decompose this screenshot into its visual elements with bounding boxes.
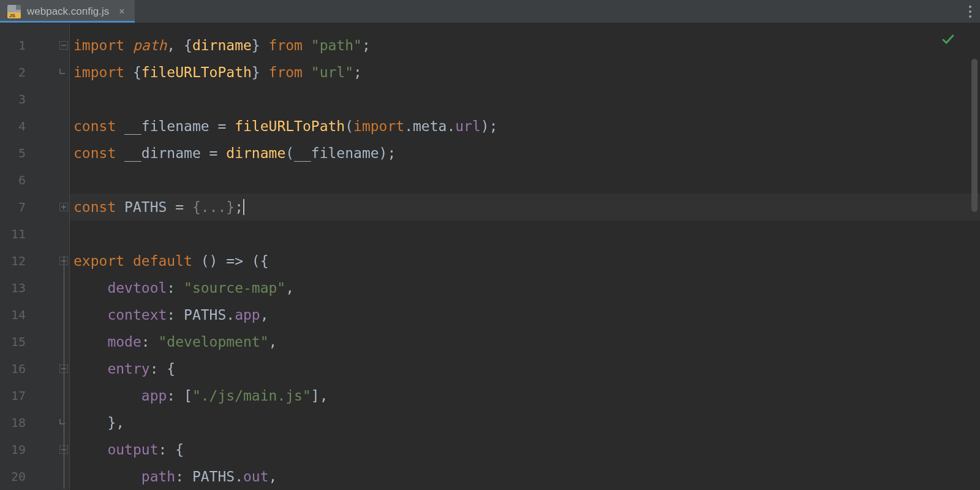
code-area[interactable]: import path, {dirname} from "path"; impo… [70, 23, 980, 490]
close-icon[interactable]: × [119, 6, 124, 17]
js-file-icon: JS [7, 5, 21, 18]
code-line: const __filename = fileURLToPath(import.… [70, 113, 980, 140]
line-number: 11 [0, 221, 34, 247]
code-line: context: PATHS.app, [70, 301, 980, 328]
code-line: entry: { [70, 355, 980, 382]
fold-start-icon[interactable] [59, 364, 68, 373]
code-line [70, 221, 980, 247]
line-number: 13 [0, 274, 34, 301]
code-line: }, [70, 409, 980, 436]
inspection-ok-icon[interactable] [941, 32, 956, 49]
tab-bar: JS webpack.config.js × [0, 0, 980, 23]
line-number: 5 [0, 140, 34, 167]
line-number: 4 [0, 113, 34, 140]
line-number: 14 [0, 301, 34, 328]
line-number: 16 [0, 355, 34, 382]
line-number: 6 [0, 167, 34, 194]
code-line: output: { [70, 436, 980, 463]
line-number: 7 [0, 194, 34, 221]
line-number: 17 [0, 382, 34, 409]
fold-gutter [34, 23, 70, 490]
code-line: app: ["./js/main.js"], [70, 382, 980, 409]
code-line: import path, {dirname} from "path"; [70, 32, 980, 59]
fold-start-icon[interactable] [59, 445, 68, 454]
line-number: 18 [0, 409, 34, 436]
line-number: 1 [0, 32, 34, 59]
line-number: 19 [0, 436, 34, 463]
code-line: const __dirname = dirname(__filename); [70, 140, 980, 167]
code-line: mode: "development", [70, 328, 980, 355]
line-number: 15 [0, 328, 34, 355]
code-editor[interactable]: 1 2 3 4 5 6 7 11 12 13 14 15 16 17 18 19… [0, 23, 980, 490]
kebab-menu-icon[interactable] [969, 0, 971, 23]
code-line: import {fileURLToPath} from "url"; [70, 59, 980, 86]
code-line: export default () => ({ [70, 247, 980, 274]
editor-window: JS webpack.config.js × 1 2 3 4 5 6 7 11 … [0, 0, 980, 490]
line-number: 2 [0, 59, 34, 86]
fold-expand-icon[interactable] [59, 203, 68, 211]
scrollbar-thumb[interactable] [971, 59, 978, 212]
tab-webpack-config[interactable]: JS webpack.config.js × [0, 0, 135, 23]
code-line: path: PATHS.out, [70, 463, 980, 490]
tab-active-indicator [0, 21, 135, 23]
code-line [70, 167, 980, 194]
line-number: 12 [0, 247, 34, 274]
fold-end-icon[interactable] [59, 68, 68, 77]
fold-end-icon[interactable] [59, 418, 68, 427]
line-number: 20 [0, 463, 34, 490]
line-number: 3 [0, 86, 34, 113]
text-caret [243, 199, 244, 215]
svg-rect-1 [16, 5, 21, 10]
code-line-caret: const PATHS = {...}; [70, 194, 980, 221]
tab-filename: webpack.config.js [27, 6, 109, 18]
line-number-gutter: 1 2 3 4 5 6 7 11 12 13 14 15 16 17 18 19… [0, 23, 34, 490]
svg-text:JS: JS [9, 13, 15, 18]
code-line [70, 86, 980, 113]
code-line: devtool: "source-map", [70, 274, 980, 301]
fold-start-icon[interactable] [59, 41, 68, 50]
